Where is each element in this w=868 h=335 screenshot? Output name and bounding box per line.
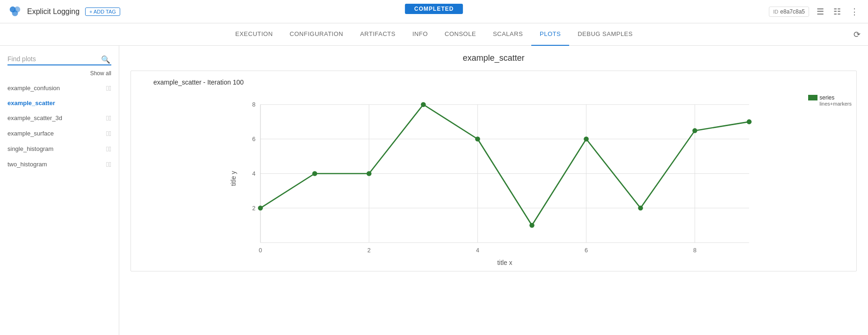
sidebar-item-single_histogram[interactable]: single_histogram 👁̸ <box>0 141 119 157</box>
svg-text:4: 4 <box>252 171 255 177</box>
more-options-button[interactable]: ⋮ <box>848 5 861 19</box>
show-all-label[interactable]: Show all <box>90 70 111 77</box>
data-point-1[interactable] <box>312 171 318 176</box>
svg-text:8: 8 <box>693 247 696 254</box>
chart-subtitle: example_scatter - Iteration 100 <box>153 78 853 86</box>
data-point-4[interactable] <box>475 136 480 142</box>
svg-text:title x: title x <box>497 259 512 266</box>
tab-debug-samples[interactable]: DEBUG SAMPLES <box>569 23 641 46</box>
nav-tabs: EXECUTION CONFIGURATION ARTIFACTS INFO C… <box>0 23 868 46</box>
add-tag-button[interactable]: + ADD TAG <box>85 7 120 16</box>
tab-scalars[interactable]: SCALARS <box>485 23 531 46</box>
run-id: ID e8a7c8a5 <box>769 7 809 17</box>
sidebar-item-example_scatter_3d[interactable]: example_scatter_3d 👁̸ <box>0 110 119 126</box>
list-view-button[interactable]: ☰ <box>815 5 826 19</box>
data-point-2[interactable] <box>367 171 372 176</box>
legend-series-label: series <box>819 94 834 101</box>
search-icon: 🔍 <box>101 55 110 64</box>
data-point-5[interactable] <box>529 223 535 228</box>
hide-icon: 👁̸ <box>106 84 111 92</box>
chart-wrapper: example_scatter - Iteration 100 series l… <box>130 71 857 271</box>
search-input[interactable] <box>7 53 111 65</box>
tab-info[interactable]: INFO <box>404 23 436 46</box>
hide-icon: 👁̸ <box>106 160 111 168</box>
svg-point-2 <box>12 10 18 16</box>
main-layout: 🔍 Show all example_confusion 👁̸ example_… <box>0 46 868 335</box>
sidebar-item-example_surface[interactable]: example_surface 👁̸ <box>0 126 119 141</box>
data-point-0[interactable] <box>258 206 263 211</box>
legend-color-series <box>808 95 817 100</box>
sidebar-item-label: example_surface <box>7 130 54 137</box>
app-logo <box>7 4 22 19</box>
data-point-9[interactable] <box>747 119 752 124</box>
sidebar-item-label: single_histogram <box>7 145 53 152</box>
svg-text:0: 0 <box>259 247 262 254</box>
grid-view-button[interactable]: ☷ <box>832 5 843 19</box>
data-point-3[interactable] <box>421 102 426 107</box>
run-id-value: e8a7c8a5 <box>780 8 805 15</box>
svg-text:2: 2 <box>368 247 371 254</box>
data-point-6[interactable] <box>584 136 589 142</box>
sidebar-item-label: two_histogram <box>7 161 47 168</box>
sidebar-item-two_histogram[interactable]: two_histogram 👁̸ <box>0 157 119 172</box>
legend-type-label: lines+markers <box>819 101 852 107</box>
search-container: 🔍 <box>0 51 119 69</box>
tab-console[interactable]: CONSOLE <box>436 23 485 46</box>
data-point-7[interactable] <box>638 206 643 211</box>
hide-icon: 👁̸ <box>106 145 111 153</box>
content-area: example_scatter example_scatter - Iterat… <box>119 46 868 335</box>
chart-legend: series lines+markers <box>808 94 852 107</box>
svg-text:6: 6 <box>252 136 255 143</box>
tab-execution[interactable]: EXECUTION <box>227 23 281 46</box>
svg-text:title y: title y <box>230 171 237 186</box>
hide-icon: 👁̸ <box>106 129 111 137</box>
tab-configuration[interactable]: CONFIGURATION <box>281 23 352 46</box>
tab-plots[interactable]: PLOTS <box>531 23 569 46</box>
svg-text:8: 8 <box>252 101 255 108</box>
chart-main-title: example_scatter <box>130 53 857 63</box>
chart-svg: 8 6 4 2 0 2 4 6 8 title y title x <box>138 90 856 267</box>
sidebar-item-label: example_scatter <box>7 100 55 107</box>
hide-icon: 👁̸ <box>106 114 111 122</box>
sidebar-item-example_scatter[interactable]: example_scatter <box>0 96 119 110</box>
svg-text:4: 4 <box>476 247 479 254</box>
chart-area: series lines+markers <box>138 90 856 267</box>
top-bar: Explicit Logging + ADD TAG COMPLETED ID … <box>0 0 868 23</box>
sidebar-item-example_confusion[interactable]: example_confusion 👁̸ <box>0 80 119 96</box>
data-point-8[interactable] <box>692 128 697 133</box>
svg-text:6: 6 <box>585 247 588 254</box>
legend-item-series: series <box>808 94 852 101</box>
chart-line <box>260 105 749 226</box>
app-title: Explicit Logging <box>27 7 80 16</box>
show-all-row: Show all <box>0 69 119 80</box>
tab-artifacts[interactable]: ARTIFACTS <box>352 23 404 46</box>
sidebar-item-label: example_scatter_3d <box>7 114 62 121</box>
sidebar-item-label: example_confusion <box>7 85 60 92</box>
refresh-button[interactable]: ⟳ <box>854 29 861 40</box>
status-banner: COMPLETED <box>405 4 463 14</box>
top-bar-right: ID e8a7c8a5 ☰ ☷ ⋮ <box>769 5 861 19</box>
sidebar: 🔍 Show all example_confusion 👁̸ example_… <box>0 46 119 335</box>
svg-text:2: 2 <box>252 205 255 212</box>
run-id-label: ID <box>773 9 778 14</box>
